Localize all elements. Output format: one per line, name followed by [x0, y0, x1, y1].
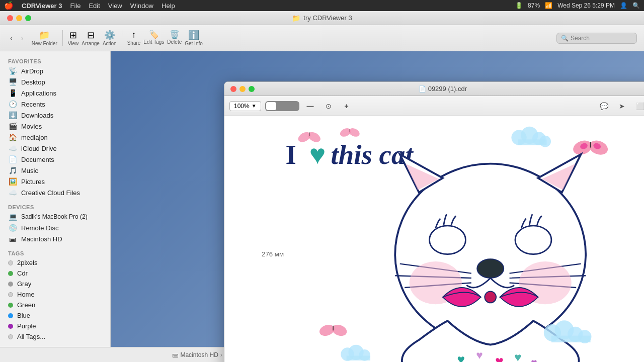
delete-button[interactable]: 🗑️ Delete	[167, 30, 182, 46]
fullscreen-button[interactable]: ⬜	[633, 99, 644, 113]
favorites-label: Favorites	[0, 55, 110, 65]
sidebar-item-creative[interactable]: ☁️ Creative Cloud Files	[0, 187, 110, 198]
apple-menu[interactable]: 🍎	[4, 1, 14, 10]
mediajon-icon: 🏠	[8, 133, 17, 141]
tags-label: Tags	[0, 247, 110, 257]
sidebar-item-recents[interactable]: 🕐 Recents	[0, 99, 110, 110]
sidebar-item-tag-cdr[interactable]: Cdr	[0, 268, 110, 279]
tag-label-gray: Gray	[17, 280, 31, 288]
cdr-window: 📄 09299 (1).cdr 100% ▼	[224, 81, 644, 362]
menubar: 🍎 CDRViewer 3 File Edit View Window Help…	[0, 0, 644, 11]
sidebar-item-tag-blue[interactable]: Blue	[0, 310, 110, 321]
menu-view[interactable]: View	[108, 2, 122, 10]
edit-tags-button[interactable]: 🏷️ Edit Tags	[143, 30, 164, 46]
share-button[interactable]: ➤	[615, 99, 629, 113]
menu-help[interactable]: Help	[162, 2, 175, 10]
sidebar-item-tag-home[interactable]: Home	[0, 289, 110, 300]
sidebar-item-airdrop[interactable]: 📡 AirDrop	[0, 65, 110, 76]
menu-edit[interactable]: Edit	[89, 2, 100, 10]
menu-window[interactable]: Window	[130, 2, 153, 10]
macintosh-icon: 🖴	[8, 235, 17, 243]
arrange-label: Arrange	[82, 41, 100, 46]
sidebar-item-mediajon[interactable]: 🏠 mediajon	[0, 132, 110, 143]
tag-dot-blue	[8, 313, 13, 318]
tag-label-2pixels: 2pixels	[17, 259, 37, 266]
search-box[interactable]: 🔍	[556, 33, 637, 44]
action-label: Action	[103, 41, 117, 46]
zoom-in-button[interactable]: +	[340, 99, 354, 113]
svg-text:♥: ♥	[476, 348, 483, 361]
new-folder-button[interactable]: 📁 New Folder	[32, 30, 57, 46]
get-info-button[interactable]: ℹ️ Get Info	[185, 30, 203, 46]
action-buttons: ↑ Share 🏷️ Edit Tags 🗑️ Delete ℹ️ Get In…	[127, 30, 203, 46]
sidebar-label-icloud: iCloud Drive	[21, 145, 57, 152]
sidebar-item-macbook[interactable]: 💻 Sadik's MacBook Pro (2)	[0, 211, 110, 222]
finder-title: 📁 try CDRViewer 3	[292, 14, 352, 22]
maximize-button[interactable]	[25, 15, 31, 21]
sidebar-item-tag-2pixels[interactable]: 2pixels	[0, 257, 110, 268]
get-info-label: Get Info	[185, 41, 203, 46]
sidebar-item-tag-gray[interactable]: Gray	[0, 279, 110, 289]
cdr-close-button[interactable]	[230, 86, 236, 92]
sidebar-item-applications[interactable]: 📱 Applications	[0, 87, 110, 99]
back-button[interactable]: ‹	[7, 33, 16, 44]
view-button[interactable]: ⊞ View	[68, 30, 79, 46]
arrange-button[interactable]: ⊟ Arrange	[82, 30, 100, 46]
cdr-minimize-button[interactable]	[239, 86, 246, 92]
toggle-mid[interactable]	[277, 102, 287, 110]
tag-label-blue: Blue	[17, 312, 30, 319]
zoom-fit-button[interactable]: ⊙	[321, 99, 336, 113]
svg-text:♥: ♥	[531, 356, 537, 362]
menu-file[interactable]: File	[70, 2, 80, 10]
new-folder-icon: 📁	[39, 30, 50, 41]
zoom-out-button[interactable]: —	[303, 99, 317, 113]
sidebar-item-pictures[interactable]: 🖼️ Pictures	[0, 176, 110, 187]
close-button[interactable]	[7, 15, 13, 21]
svg-rect-14	[518, 139, 547, 145]
get-info-icon: ℹ️	[188, 30, 199, 41]
cdr-filename: 09299 (1).cdr	[428, 85, 467, 93]
zoom-dropdown-icon[interactable]: ▼	[252, 103, 257, 109]
cdr-maximize-button[interactable]	[249, 86, 255, 92]
sidebar-item-remote[interactable]: 💿 Remote Disc	[0, 222, 110, 233]
cdr-title: 📄 09299 (1).cdr	[419, 85, 467, 93]
sidebar-item-desktop[interactable]: 🖥️ Desktop	[0, 76, 110, 87]
sidebar-label-recents: Recents	[21, 101, 45, 108]
sidebar-item-downloads[interactable]: ⬇️ Downloads	[0, 110, 110, 121]
forward-button[interactable]: ›	[18, 33, 26, 44]
toggle-left[interactable]	[266, 102, 276, 110]
svg-text:276 мм: 276 мм	[262, 250, 284, 258]
sidebar-item-movies[interactable]: 🎬 Movies	[0, 121, 110, 132]
sidebar-item-macintosh[interactable]: 🖴 Macintosh HD	[0, 233, 110, 244]
user-icon: 👤	[620, 2, 627, 9]
tag-dot-green	[8, 303, 13, 308]
applications-icon: 📱	[8, 89, 17, 97]
tag-label-cdr: Cdr	[17, 269, 28, 277]
music-icon: 🎵	[8, 166, 17, 174]
search-input[interactable]	[571, 35, 626, 42]
new-folder-label: New Folder	[32, 41, 57, 46]
battery-icon: 🔋	[515, 2, 523, 9]
sidebar-item-documents[interactable]: 📄 Documents	[0, 154, 110, 165]
toggle-right[interactable]	[288, 102, 298, 110]
tag-dot-cdr	[8, 271, 13, 276]
minimize-button[interactable]	[16, 15, 22, 21]
sidebar-item-tag-alltags[interactable]: All Tags...	[0, 331, 110, 342]
sep1: ›	[220, 351, 222, 358]
sidebar-item-icloud[interactable]: ☁️ iCloud Drive	[0, 143, 110, 154]
hd-icon: 🖴	[172, 351, 178, 358]
action-button[interactable]: ⚙️ Action	[103, 30, 117, 46]
sidebar-item-tag-purple[interactable]: Purple	[0, 321, 110, 331]
sidebar-item-tag-green[interactable]: Green	[0, 300, 110, 310]
svg-rect-53	[551, 336, 591, 342]
sidebar-item-music[interactable]: 🎵 Music	[0, 165, 110, 176]
share-button[interactable]: ↑ Share	[127, 30, 141, 46]
breadcrumb-macintosh[interactable]: 🖴 Macintosh HD	[172, 351, 218, 358]
documents-icon: 📄	[8, 155, 17, 163]
search-menubar-icon[interactable]: 🔍	[632, 2, 640, 9]
downloads-icon: ⬇️	[8, 111, 17, 119]
finder-titlebar: 📁 try CDRViewer 3	[0, 11, 644, 25]
comment-button[interactable]: 💬	[597, 99, 611, 113]
zoom-display: 100% ▼	[229, 101, 261, 111]
view-icon: ⊞	[69, 30, 77, 41]
